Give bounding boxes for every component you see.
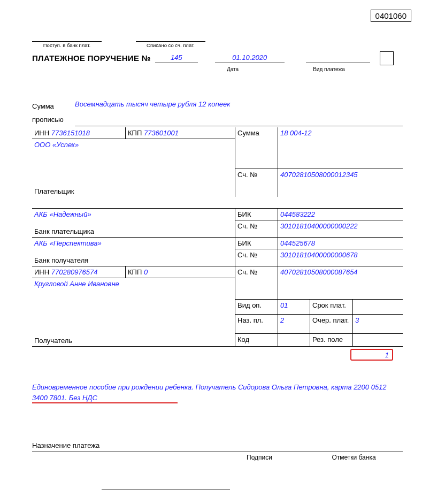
payer-bank-label: Банк плательщика: [34, 227, 94, 235]
recv-inn-cell: ИНН 770280976574: [32, 266, 126, 278]
payer-acc-value: 40702810508000012345: [278, 169, 403, 197]
sum-label: Сумма: [235, 127, 278, 139]
signatures-row: Подписи Отметки банка: [32, 454, 403, 461]
doc-title: ПЛАТЕЖНОЕ ПОРУЧЕНИЕ №: [32, 54, 151, 63]
payer-kpp-label: КПП: [128, 129, 142, 137]
highlighted-box-1: 1: [350, 349, 393, 361]
recv-kpp-label: КПП: [128, 268, 142, 276]
purpose-label: Назначение платежа: [32, 441, 403, 452]
payer-label: Плательщик: [34, 187, 74, 195]
sum-words-label-1: Сумма: [32, 100, 75, 113]
recv-bank-acc-value: 30101810400000000678: [278, 249, 403, 266]
recv-bank-name: АКБ «Перспектива»: [32, 238, 235, 249]
recv-bank-label: Банк получателя: [34, 256, 88, 264]
details-grid: ИНН 7736151018 КПП 773601001 Сумма 18 00…: [32, 127, 403, 347]
receiver-label: Получатель: [34, 337, 72, 345]
payment-purpose-text: Единовременное пособие при рождении ребе…: [32, 382, 403, 403]
payer-kpp-cell: КПП 773601001: [126, 127, 235, 139]
doc-number: 145: [155, 54, 198, 63]
recv-acc-value: 40702810508000087654: [278, 266, 403, 278]
payment-type-caption: Вид платежа: [294, 66, 364, 72]
payer-acc-label: Сч. №: [235, 169, 278, 197]
red-underline-annotation: [32, 402, 178, 403]
srok-label: Срок плат.: [310, 300, 353, 315]
recv-inn-label: ИНН: [34, 268, 49, 276]
sum-in-words-value: Восемнадцать тысяч четыре рубля 12 копее…: [75, 100, 403, 126]
top-date-row: Поступ. в банк плат. Списано со сч. плат…: [32, 34, 403, 48]
payment-type-slot: [306, 54, 370, 63]
recv-bank-acc-label: Сч. №: [235, 249, 278, 266]
recv-bank-date-slot: [32, 34, 102, 42]
sum-value: 18 004-12: [278, 127, 403, 139]
ocher-value: 3: [353, 315, 403, 334]
recv-kpp-cell: КПП 0: [126, 266, 235, 278]
recv-bank-bik-label: БИК: [235, 238, 278, 249]
doc-date: 01.10.2020: [215, 54, 285, 63]
payer-kpp-value: 773601001: [144, 129, 179, 137]
payer-name: ООО «Успех»: [32, 139, 235, 169]
naz-label: Наз. пл.: [235, 315, 278, 334]
payer-bank-bik-value: 044583222: [278, 209, 403, 220]
bank-marks-caption: Отметки банка: [305, 454, 403, 461]
vid-op-label: Вид оп.: [235, 300, 278, 315]
rez-label: Рез. поле: [310, 334, 353, 347]
recv-kpp-value: 0: [144, 268, 148, 276]
naz-value: 2: [278, 315, 310, 334]
ocher-label: Очер. плат.: [310, 315, 353, 334]
payer-bank-acc-value: 30101810400000000222: [278, 220, 403, 238]
sum-in-words-row: Сумма прописью Восемнадцать тысяч четыре…: [32, 100, 403, 126]
payer-bank-acc-label: Сч. №: [235, 220, 278, 238]
status-box: [380, 51, 394, 65]
payment-order-form: 0401060 Поступ. в банк плат. Списано со …: [0, 0, 422, 504]
form-code-box: 0401060: [371, 10, 411, 22]
title-captions: Дата Вид платежа: [32, 66, 403, 72]
payer-inn-label: ИНН: [34, 129, 49, 137]
recv-acc-label: Сч. №: [235, 266, 278, 278]
sum-words-label-2: прописью: [32, 113, 75, 127]
payer-inn-value: 7736151018: [51, 129, 90, 137]
signature-slot-1: [102, 483, 403, 490]
vid-op-value: 01: [278, 300, 310, 315]
signatures-caption: Подписи: [214, 454, 305, 461]
recv-bank-bik-value: 044525678: [278, 238, 403, 249]
debited-date-caption: Списано со сч. плат.: [136, 42, 205, 48]
date-caption: Дата: [193, 66, 273, 72]
recv-bank-date-caption: Поступ. в банк плат.: [32, 42, 102, 48]
debited-date-slot: [136, 34, 205, 42]
kod-label: Код: [235, 334, 278, 347]
payer-bank-name: АКБ «Надежный»: [32, 209, 235, 220]
title-row: ПЛАТЕЖНОЕ ПОРУЧЕНИЕ № 145 01.10.2020: [32, 54, 403, 65]
payer-inn-cell: ИНН 7736151018: [32, 127, 126, 139]
receiver-name: Кругловой Анне Ивановне: [32, 278, 235, 300]
recv-inn-value: 770280976574: [51, 268, 98, 276]
payer-bank-bik-label: БИК: [235, 209, 278, 220]
